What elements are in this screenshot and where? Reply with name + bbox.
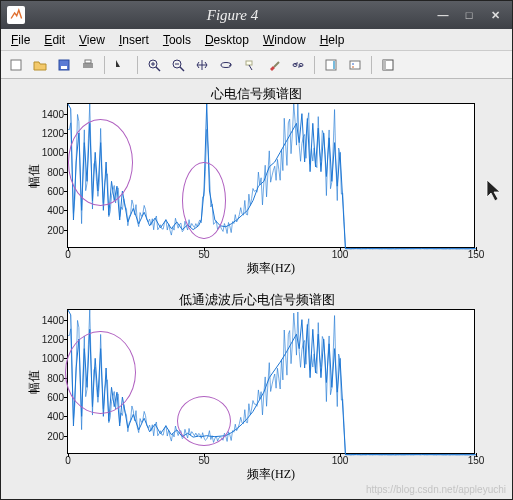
- svg-rect-13: [246, 61, 252, 65]
- hide-plot-tools-button[interactable]: [377, 54, 399, 76]
- edit-plot-button[interactable]: [110, 54, 132, 76]
- svg-rect-4: [85, 60, 91, 63]
- menu-help[interactable]: Help: [314, 31, 351, 49]
- brush-button[interactable]: [263, 54, 285, 76]
- axes[interactable]: 200400600800100012001400050100150幅值频率(HZ…: [67, 103, 475, 248]
- svg-rect-24: [383, 60, 386, 70]
- menu-window[interactable]: Window: [257, 31, 312, 49]
- svg-rect-20: [350, 61, 360, 69]
- ylabel: 幅值: [26, 164, 43, 188]
- xlabel: 频率(HZ): [247, 260, 295, 277]
- figure-area[interactable]: 心电信号频谱图200400600800100012001400050100150…: [1, 79, 512, 499]
- menu-edit[interactable]: Edit: [38, 31, 71, 49]
- close-button[interactable]: ✕: [484, 6, 506, 24]
- xlabel: 频率(HZ): [247, 466, 295, 483]
- annotation-ellipse: [65, 331, 136, 414]
- menu-view[interactable]: View: [73, 31, 111, 49]
- minimize-button[interactable]: —: [432, 6, 454, 24]
- svg-line-6: [156, 67, 160, 71]
- svg-rect-2: [61, 66, 67, 69]
- menu-desktop[interactable]: Desktop: [199, 31, 255, 49]
- svg-rect-3: [83, 63, 93, 68]
- ylabel: 幅值: [26, 370, 43, 394]
- annotation-ellipse: [177, 396, 231, 446]
- svg-rect-19: [333, 61, 335, 69]
- window-title: Figure 4: [33, 7, 432, 24]
- subplot-2[interactable]: 低通滤波后心电信号频谱图2004006008001000120014000501…: [5, 289, 508, 495]
- svg-line-14: [249, 65, 252, 70]
- open-button[interactable]: [29, 54, 51, 76]
- pan-button[interactable]: [191, 54, 213, 76]
- menu-insert[interactable]: Insert: [113, 31, 155, 49]
- toolbar: [1, 51, 512, 79]
- annotation-ellipse: [182, 162, 226, 239]
- menubar: File Edit View Insert Tools Desktop Wind…: [1, 29, 512, 51]
- svg-line-10: [180, 67, 184, 71]
- rotate-3d-button[interactable]: [215, 54, 237, 76]
- svg-rect-0: [11, 60, 21, 70]
- data-cursor-button[interactable]: [239, 54, 261, 76]
- maximize-button[interactable]: □: [458, 6, 480, 24]
- watermark-text: https://blog.csdn.net/appleyuchi: [366, 484, 506, 495]
- menu-tools[interactable]: Tools: [157, 31, 197, 49]
- axes[interactable]: 200400600800100012001400050100150幅值频率(HZ…: [67, 309, 475, 454]
- matlab-icon: [7, 6, 25, 24]
- insert-legend-button[interactable]: [344, 54, 366, 76]
- subplot-1[interactable]: 心电信号频谱图200400600800100012001400050100150…: [5, 83, 508, 289]
- figure-window: Figure 4 — □ ✕ File Edit View Insert Too…: [0, 0, 513, 500]
- annotation-ellipse: [68, 119, 133, 206]
- chart-title: 心电信号频谱图: [5, 85, 508, 103]
- chart-title: 低通滤波后心电信号频谱图: [5, 291, 508, 309]
- new-figure-button[interactable]: [5, 54, 27, 76]
- print-button[interactable]: [77, 54, 99, 76]
- save-button[interactable]: [53, 54, 75, 76]
- titlebar[interactable]: Figure 4 — □ ✕: [1, 1, 512, 29]
- zoom-in-button[interactable]: [143, 54, 165, 76]
- svg-line-15: [274, 62, 279, 67]
- link-plots-button[interactable]: [287, 54, 309, 76]
- menu-file[interactable]: File: [5, 31, 36, 49]
- svg-point-12: [221, 62, 231, 67]
- zoom-out-button[interactable]: [167, 54, 189, 76]
- insert-colorbar-button[interactable]: [320, 54, 342, 76]
